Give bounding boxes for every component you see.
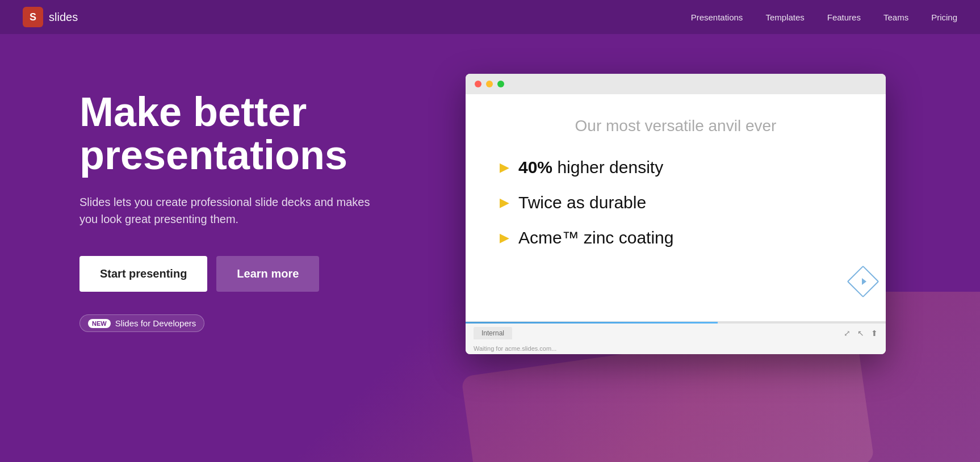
nav-links: Presentations Templates Features Teams P…: [691, 12, 957, 22]
bullet-arrow-2: ▶: [500, 195, 509, 210]
hero-left: Make better presentations Slides lets yo…: [79, 79, 432, 332]
browser-toolbar-icons: ⤢ ↖ ⬆: [844, 329, 878, 338]
cursor-icon[interactable]: ↖: [857, 329, 864, 338]
badge-new-label: NEW: [88, 319, 111, 328]
share-icon[interactable]: ⬆: [871, 329, 878, 338]
hero-title: Make better presentations: [79, 91, 432, 177]
nav-presentations[interactable]: Presentations: [691, 12, 743, 22]
slide-bullet-3: ▶ Acme™ zinc coating: [500, 228, 852, 247]
hero-right: Our most versatile anvil ever ▶ 40% high…: [466, 74, 901, 354]
browser-dot-maximize: [497, 81, 504, 87]
slide-bullet-1: ▶ 40% higher density: [500, 158, 852, 177]
bullet-arrow-3: ▶: [500, 230, 509, 245]
nav-pricing[interactable]: Pricing: [931, 12, 957, 22]
browser-url: Waiting for acme.slides.com...: [466, 343, 886, 354]
browser-titlebar: [466, 74, 886, 94]
expand-icon[interactable]: ⤢: [844, 329, 851, 338]
hero-buttons: Start presenting Learn more: [79, 256, 432, 292]
badge-text: Slides for Developers: [115, 318, 196, 328]
hero-section: Make better presentations Slides lets yo…: [0, 34, 980, 377]
start-presenting-button[interactable]: Start presenting: [79, 256, 207, 292]
bullet-text-1: 40% higher density: [518, 158, 663, 177]
navbar: S slides Presentations Templates Feature…: [0, 0, 980, 34]
logo-icon: S: [23, 7, 43, 27]
bullet-text-2: Twice as durable: [518, 193, 646, 212]
slide-bullets: ▶ 40% higher density ▶ Twice as durable …: [500, 158, 852, 247]
slide-nav-arrow[interactable]: [847, 266, 880, 298]
slide-title: Our most versatile anvil ever: [500, 117, 852, 135]
browser-statusbar: Internal ⤢ ↖ ⬆: [466, 324, 886, 343]
logo-text: slides: [49, 11, 78, 24]
logo[interactable]: S slides: [23, 7, 78, 27]
slide-bullet-2: ▶ Twice as durable: [500, 193, 852, 212]
browser-mockup: Our most versatile anvil ever ▶ 40% high…: [466, 74, 886, 354]
nav-teams[interactable]: Teams: [883, 12, 908, 22]
browser-dot-close: [475, 81, 481, 87]
browser-content: Our most versatile anvil ever ▶ 40% high…: [466, 94, 886, 321]
browser-dot-minimize: [486, 81, 493, 87]
browser-tab[interactable]: Internal: [474, 327, 512, 339]
browser-bottom: Internal ⤢ ↖ ⬆ Waiting for acme.slides.c…: [466, 321, 886, 354]
bullet-arrow-1: ▶: [500, 160, 509, 175]
nav-templates[interactable]: Templates: [765, 12, 804, 22]
nav-features[interactable]: Features: [827, 12, 861, 22]
bullet-text-3: Acme™ zinc coating: [518, 228, 673, 247]
dev-badge[interactable]: NEW Slides for Developers: [79, 314, 204, 332]
learn-more-button[interactable]: Learn more: [216, 256, 319, 292]
hero-subtitle: Slides lets you create professional slid…: [79, 194, 375, 228]
